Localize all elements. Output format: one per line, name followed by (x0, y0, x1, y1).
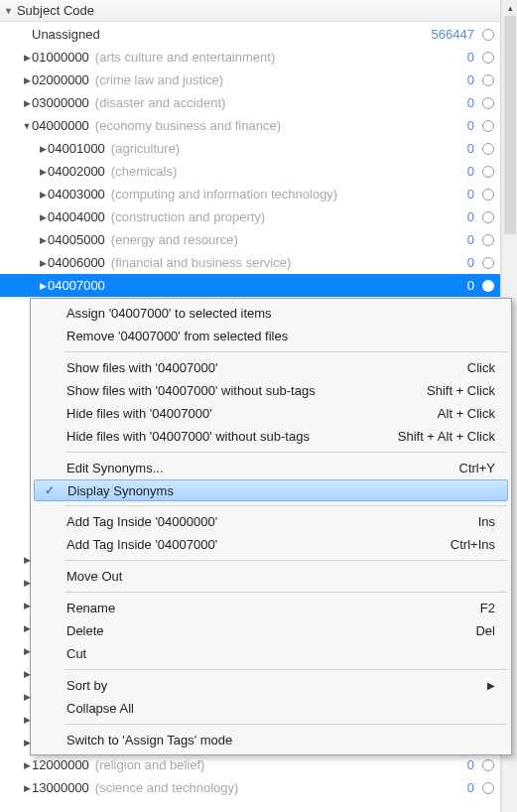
menu-label: Delete (66, 623, 104, 638)
synonym: (construction and property) (111, 209, 265, 224)
row-04005000[interactable]: ▶ 04005000 (energy and resource) 0 (0, 228, 500, 251)
disclosure-right-icon[interactable]: ▶ (22, 760, 32, 770)
disclosure-right-icon[interactable]: ▶ (38, 258, 48, 268)
menu-show-files-no-sub[interactable]: Show files with '04007000' without sub-t… (33, 379, 509, 402)
row-03000000[interactable]: ▶ 03000000 (disaster and accident) 0 (0, 91, 500, 114)
radio-icon[interactable] (482, 189, 494, 201)
disclosure-down-icon[interactable]: ▼ (22, 121, 32, 131)
menu-display-synonyms[interactable]: ✓ Display Synonyms (34, 479, 508, 501)
radio-icon[interactable] (482, 234, 494, 246)
menu-add-tag-inside-04000000[interactable]: Add Tag Inside '04000000' Ins (33, 510, 509, 533)
radio-icon[interactable] (482, 257, 494, 269)
menu-label: Sort by (66, 678, 107, 693)
context-menu: Assign '04007000' to selected items Remo… (30, 298, 512, 755)
menu-switch-mode[interactable]: Switch to 'Assign Tags' mode (33, 729, 509, 751)
synonym: (agriculture) (111, 141, 180, 156)
menu-collapse-all[interactable]: Collapse All (33, 697, 509, 720)
radio-icon[interactable] (482, 782, 494, 794)
radio-icon[interactable] (482, 29, 494, 41)
code: 04001000 (48, 141, 105, 156)
disclosure-right-icon[interactable]: ▶ (22, 53, 32, 63)
synonym: (financial and business service) (111, 255, 291, 270)
radio-icon[interactable] (482, 120, 494, 132)
count: 0 (467, 232, 476, 247)
disclosure-right-icon[interactable]: ▶ (22, 75, 32, 85)
synonym: (crime law and justice) (95, 72, 223, 87)
radio-icon[interactable] (482, 52, 494, 64)
synonym: (science and technology) (95, 780, 239, 795)
disclosure-right-icon[interactable]: ▶ (38, 144, 48, 154)
menu-label: Add Tag Inside '04007000' (66, 537, 217, 552)
menu-sort-by[interactable]: Sort by ▶ (33, 674, 509, 697)
code: 12000000 (32, 757, 89, 772)
radio-icon[interactable] (482, 166, 494, 178)
disclosure-right-icon[interactable]: ▶ (38, 281, 48, 291)
menu-label: Remove '04007000' from selected files (66, 329, 288, 343)
menu-cut[interactable]: Cut (33, 642, 509, 665)
menu-label: Edit Synonyms... (66, 461, 164, 475)
synonym: (chemicals) (111, 164, 177, 179)
disclosure-right-icon[interactable]: ▶ (22, 98, 32, 108)
row-01000000[interactable]: ▶ 01000000 (arts culture and entertainme… (0, 46, 500, 68)
row-04004000[interactable]: ▶ 04004000 (construction and property) 0 (0, 205, 500, 228)
count: 0 (467, 72, 476, 87)
row-12000000[interactable]: ▶ 12000000 (religion and belief) 0 (0, 753, 500, 776)
row-04003000[interactable]: ▶ 04003000 (computing and information te… (0, 183, 500, 205)
menu-shortcut: Shift + Click (427, 383, 495, 398)
menu-separator (65, 452, 507, 453)
disclosure-down-icon: ▼ (4, 6, 13, 16)
menu-label: Show files with '04007000' without sub-t… (66, 383, 316, 398)
row-04007000[interactable]: ▶ 04007000 0 (0, 274, 500, 297)
row-04006000[interactable]: ▶ 04006000 (financial and business servi… (0, 251, 500, 274)
disclosure-right-icon[interactable]: ▶ (38, 212, 48, 222)
count: 0 (467, 255, 476, 270)
menu-show-files[interactable]: Show files with '04007000' Click (33, 356, 509, 379)
synonym: (arts culture and entertainment) (95, 50, 275, 65)
menu-hide-files-no-sub[interactable]: Hide files with '04007000' without sub-t… (33, 425, 509, 448)
code: 04007000 (48, 278, 105, 293)
row-04000000[interactable]: ▼ 04000000 (economy business and finance… (0, 114, 500, 137)
scrollbar-thumb[interactable] (504, 16, 516, 234)
panel-title: Subject Code (17, 3, 94, 18)
panel-header[interactable]: ▼ Subject Code (0, 0, 500, 22)
code: 04002000 (48, 164, 105, 179)
code: 04003000 (48, 187, 105, 202)
radio-icon[interactable] (482, 759, 494, 771)
row-04002000[interactable]: ▶ 04002000 (chemicals) 0 (0, 160, 500, 183)
menu-delete[interactable]: Delete Del (33, 619, 509, 642)
menu-hide-files[interactable]: Hide files with '04007000' Alt + Click (33, 402, 509, 425)
disclosure-right-icon[interactable]: ▶ (38, 235, 48, 245)
radio-icon[interactable] (482, 143, 494, 155)
disclosure-right-icon[interactable]: ▶ (22, 783, 32, 793)
radio-icon[interactable] (482, 74, 494, 86)
radio-icon[interactable] (482, 211, 494, 223)
label: Unassigned (32, 27, 100, 42)
menu-edit-synonyms[interactable]: Edit Synonyms... Ctrl+Y (33, 457, 509, 479)
scroll-up-icon[interactable]: ▴ (502, 0, 517, 16)
menu-remove[interactable]: Remove '04007000' from selected files (33, 325, 509, 347)
row-02000000[interactable]: ▶ 02000000 (crime law and justice) 0 (0, 68, 500, 91)
menu-shortcut: Alt + Click (438, 406, 495, 421)
menu-separator (65, 724, 507, 725)
row-13000000[interactable]: ▶ 13000000 (science and technology) 0 (0, 776, 500, 799)
menu-separator (65, 351, 507, 352)
synonym: (energy and resource) (111, 232, 238, 247)
menu-rename[interactable]: Rename F2 (33, 597, 509, 619)
menu-label: Move Out (66, 569, 122, 584)
disclosure-right-icon[interactable]: ▶ (38, 167, 48, 177)
menu-label: Display Synonyms (67, 483, 174, 498)
menu-separator (65, 592, 507, 593)
row-unassigned[interactable]: Unassigned 566447 (0, 23, 500, 46)
menu-move-out[interactable]: Move Out (33, 565, 509, 588)
radio-icon[interactable] (482, 97, 494, 109)
menu-label: Hide files with '04007000' (66, 406, 212, 421)
menu-shortcut: Click (467, 360, 495, 375)
radio-icon[interactable] (482, 280, 494, 292)
code: 04000000 (32, 118, 89, 133)
menu-shortcut: Ctrl+Ins (451, 537, 495, 552)
synonym: (religion and belief) (95, 757, 205, 772)
disclosure-right-icon[interactable]: ▶ (38, 190, 48, 200)
menu-add-tag-inside-04007000[interactable]: Add Tag Inside '04007000' Ctrl+Ins (33, 533, 509, 556)
menu-assign[interactable]: Assign '04007000' to selected items (33, 302, 509, 325)
row-04001000[interactable]: ▶ 04001000 (agriculture) 0 (0, 137, 500, 160)
